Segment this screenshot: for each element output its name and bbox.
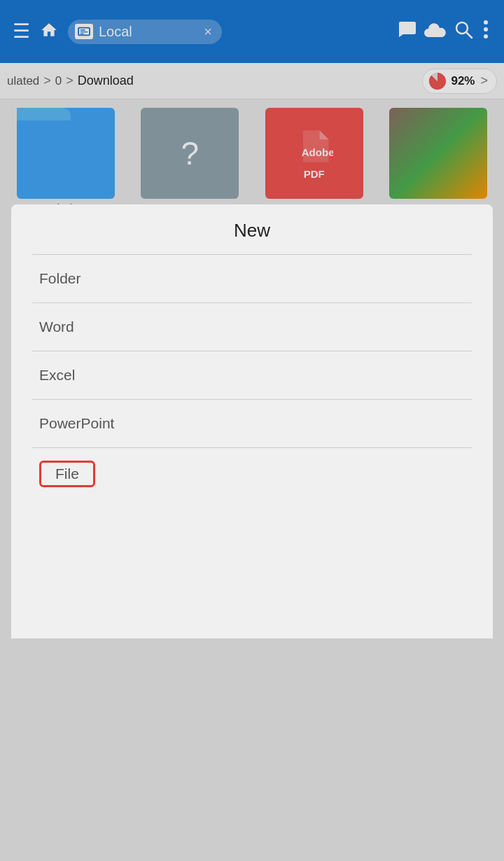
new-powerpoint-item[interactable]: PowerPoint — [11, 400, 493, 447]
new-folder-item[interactable]: Folder — [11, 255, 493, 302]
new-menu-sheet: New Folder Word Excel PowerPoint File — [11, 204, 493, 638]
modal-overlay[interactable]: New Folder Word Excel PowerPoint File — [0, 0, 504, 861]
new-word-label: Word — [39, 318, 74, 335]
file-highlighted-box: File — [39, 461, 95, 487]
modal-title: New — [234, 220, 270, 241]
new-powerpoint-label: PowerPoint — [39, 415, 114, 432]
new-word-item[interactable]: Word — [11, 303, 493, 351]
new-excel-label: Excel — [39, 367, 75, 384]
new-file-item[interactable]: File — [11, 448, 493, 500]
new-excel-item[interactable]: Excel — [11, 351, 493, 399]
new-folder-label: Folder — [39, 270, 81, 287]
new-file-label: File — [55, 465, 79, 482]
modal-title-row: New — [11, 204, 493, 248]
